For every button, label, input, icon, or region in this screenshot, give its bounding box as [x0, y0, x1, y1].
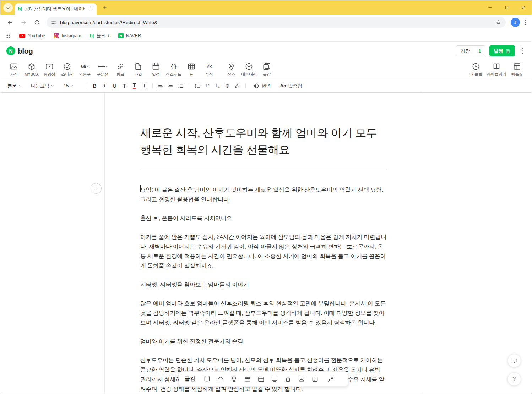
insert-schedule-button[interactable]: 일정	[147, 62, 165, 77]
glyph-shopping-button[interactable]	[281, 371, 295, 387]
tab-close-icon[interactable]	[87, 6, 93, 12]
editor-right-border	[422, 93, 422, 394]
glyph-movie-button[interactable]	[241, 371, 254, 387]
font-family-value: 나눔고딕	[31, 83, 49, 89]
paragraph[interactable]: 엄마와 아기를 위한 진정한 전문가의 손길	[140, 336, 387, 346]
insert-place-button[interactable]: 장소	[222, 62, 240, 77]
superscript-button[interactable]: T¹	[202, 81, 212, 91]
library-button[interactable]: 라이브러리	[486, 62, 507, 77]
save-label: 저장	[456, 48, 474, 54]
publish-button[interactable]: 발행	[489, 45, 515, 56]
toolbar-item-label: 동영상	[44, 72, 55, 77]
insert-mybox-button[interactable]: MYBOX	[23, 62, 40, 76]
address-bar[interactable]: blog.naver.com/dad_studies?Redirect=Writ…	[47, 17, 506, 28]
insert-hyperlink-button[interactable]	[232, 81, 242, 91]
help-button[interactable]: ?	[507, 372, 521, 386]
publish-doc-icon	[505, 49, 510, 54]
text-color-button[interactable]: T	[129, 81, 139, 91]
font-family-dropdown[interactable]: 나눔고딕	[31, 83, 54, 89]
minimize-button[interactable]	[482, 0, 498, 15]
profile-avatar[interactable]: J	[511, 18, 520, 27]
forward-button[interactable]	[17, 16, 29, 28]
formula-icon: √x	[206, 62, 212, 71]
my-clip-button[interactable]: 내 클립	[466, 62, 486, 77]
insert-glyph-button[interactable]: 글감	[258, 62, 276, 77]
url-text[interactable]: blog.naver.com/dad_studies?Redirect=Writ…	[60, 20, 492, 25]
special-char-button[interactable]: ※	[222, 81, 232, 91]
highlight-color-button[interactable]: T	[139, 81, 149, 91]
paragraph[interactable]: 요약: 이 글은 출산 후 엄마와 아기가 맞이하는 새로운 일상을 위한 산후…	[140, 185, 387, 204]
template-button[interactable]: 템플릿	[507, 62, 527, 77]
apps-grid-icon[interactable]	[5, 33, 11, 39]
insert-naedonnaesan-button[interactable]: 내돈내산	[240, 62, 258, 77]
bookmark-instagram[interactable]: Instagram	[54, 33, 81, 38]
tab-title: 공대감성대디 팩트육아 : 네이버...	[25, 6, 85, 12]
insert-divider-button[interactable]: 구분선	[94, 62, 112, 77]
strikethrough-button[interactable]: T	[119, 81, 129, 91]
paragraph[interactable]: 시터넷, 씨터넷을 찾아보는 엄마들의 이야기	[140, 280, 387, 289]
insert-video-button[interactable]: 동영상	[40, 62, 58, 77]
plus-icon	[93, 186, 99, 191]
new-tab-button[interactable]	[101, 4, 109, 11]
glyph-tv-button[interactable]	[268, 371, 281, 387]
glyph-news-button[interactable]	[308, 371, 322, 387]
subscript-button[interactable]: T₁	[212, 81, 222, 91]
paragraph[interactable]: 아기를 품에 안은 기쁨도 잠시, 24시간 이어지는 육아에 산모님의 몸과 …	[140, 232, 387, 270]
back-button[interactable]	[4, 16, 16, 28]
bookmark-naver[interactable]: N NAVER	[118, 33, 141, 38]
font-size-dropdown[interactable]: 15	[64, 83, 73, 88]
bookmark-star-icon[interactable]	[495, 20, 501, 26]
insert-sticker-button[interactable]: 스티커	[58, 62, 76, 77]
save-button[interactable]: 저장 1	[456, 45, 485, 56]
close-button[interactable]	[515, 0, 532, 15]
post-title[interactable]: 새로운 시작, 산후도우미와 함께 엄마와 아기 모두 행복한 회복의 시간을 …	[140, 125, 387, 158]
maximize-button[interactable]	[498, 0, 515, 15]
align-center-button[interactable]	[166, 81, 176, 91]
add-block-button[interactable]	[91, 183, 102, 194]
site-info-icon[interactable]	[51, 20, 56, 25]
glyph-floating-toolbar: 글감	[179, 371, 348, 387]
bookmark-label: YouTube	[28, 33, 45, 38]
insert-table-button[interactable]: 표	[183, 62, 200, 77]
tab-search-button[interactable]	[3, 3, 13, 12]
align-left-button[interactable]	[156, 81, 166, 91]
paragraph[interactable]: 출산 후, 온몸이 시리도록 지쳐있나요	[140, 213, 387, 223]
reload-button[interactable]	[31, 16, 43, 28]
translate-button[interactable]: 번역	[254, 83, 271, 89]
bookmark-blog[interactable]: b| 블로그	[90, 33, 110, 39]
glyph-image-button[interactable]	[295, 371, 308, 387]
document-canvas[interactable]: 새로운 시작, 산후도우미와 함께 엄마와 아기 모두 행복한 회복의 시간을 …	[140, 93, 387, 394]
line-height-button[interactable]	[192, 81, 202, 91]
book-icon	[203, 376, 211, 383]
presentation-mode-button[interactable]	[507, 354, 521, 367]
insert-file-button[interactable]: 파일	[129, 62, 147, 77]
insert-sourcecode-button[interactable]: { } 소스코드	[165, 62, 183, 77]
bullet-list-button[interactable]	[176, 81, 186, 91]
spellcheck-button[interactable]: Aa 맞춤법	[280, 83, 302, 89]
glyph-idea-button[interactable]	[227, 371, 241, 387]
glyph-collapse-button[interactable]	[324, 371, 337, 387]
insert-link-button[interactable]: 링크	[112, 62, 129, 77]
insert-photo-button[interactable]: 사진	[5, 62, 23, 77]
editor-content-area[interactable]: 새로운 시작, 산후도우미와 함께 엄마와 아기 모두 행복한 회복의 시간을 …	[0, 93, 532, 394]
insert-quote-button[interactable]: 66 인용구	[76, 62, 94, 77]
paragraph[interactable]: 많은 예비 엄마와 초보 엄마들이 산후조리원 퇴소 후의 현실적인 고민에 부…	[140, 299, 387, 327]
paragraph-style-dropdown[interactable]: 본문	[7, 83, 21, 89]
glyph-book-button[interactable]	[200, 371, 214, 387]
italic-button[interactable]: I	[99, 81, 109, 91]
naver-icon: N	[118, 33, 124, 38]
glyph-music-button[interactable]	[214, 371, 227, 387]
naver-logo-icon[interactable]: N	[6, 46, 15, 55]
blog-logo-text[interactable]: blog	[18, 47, 33, 55]
clapperboard-icon	[244, 376, 251, 383]
insert-formula-button[interactable]: √x 수식	[200, 62, 218, 77]
bold-button[interactable]: B	[89, 81, 99, 91]
browser-tab[interactable]: b| 공대감성대디 팩트육아 : 네이버...	[15, 3, 97, 15]
bookmark-youtube[interactable]: YouTube	[19, 33, 45, 38]
underline-button[interactable]: U	[109, 81, 119, 91]
save-count-badge[interactable]: 1	[474, 46, 485, 56]
align-left-icon	[158, 83, 164, 89]
glyph-calendar-button[interactable]	[254, 371, 268, 387]
browser-menu-icon[interactable]	[522, 20, 529, 26]
header-more-icon[interactable]	[519, 48, 526, 54]
